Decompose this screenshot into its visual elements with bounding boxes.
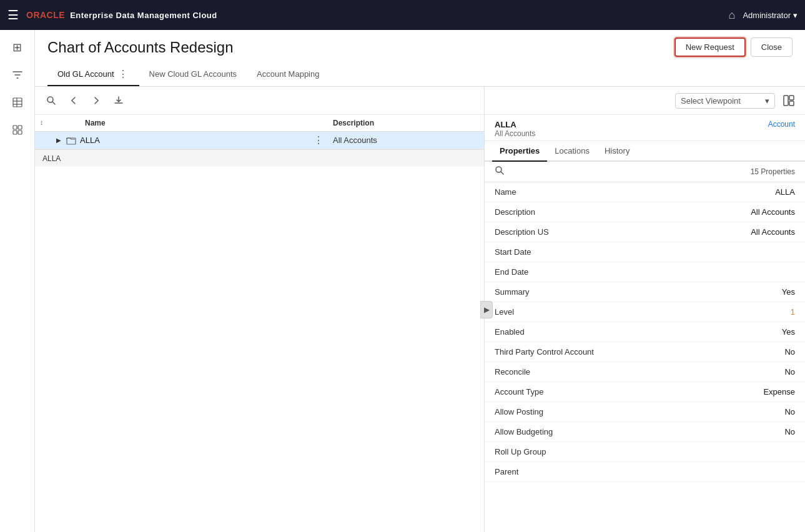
property-label: Reconcile xyxy=(495,367,784,377)
col-desc-header: Description xyxy=(328,119,484,127)
close-button[interactable]: Close xyxy=(751,37,793,57)
property-row: Level1 xyxy=(485,302,805,322)
property-value: All Accounts xyxy=(751,227,795,237)
svg-rect-13 xyxy=(789,101,794,106)
property-value: No xyxy=(784,407,795,416)
collapse-panel-arrow[interactable]: ▶ xyxy=(480,301,493,318)
tab-properties[interactable]: Properties xyxy=(492,141,547,162)
property-row: Allow BudgetingNo xyxy=(485,422,805,442)
right-tabs: Properties Locations History xyxy=(485,141,805,162)
node-subtitle: All Accounts xyxy=(495,129,535,138)
tree-panel: ↕ Name Description ▶ ALLA ⋮ All Accounts xyxy=(35,87,485,532)
viewpoint-area: Select Viewpoint ▾ xyxy=(485,87,805,115)
property-value: 1 xyxy=(791,307,795,317)
property-row: Parent xyxy=(485,462,805,482)
viewpoint-select[interactable]: Select Viewpoint ▾ xyxy=(675,93,775,109)
folder-icon xyxy=(65,135,77,145)
top-nav: ☰ ORACLE Enterprise Data Management Clou… xyxy=(0,0,805,30)
hamburger-icon[interactable]: ☰ xyxy=(7,7,19,22)
status-bar: ALLA xyxy=(35,149,484,167)
tab-new-cloud-gl[interactable]: New Cloud GL Accounts xyxy=(139,64,247,85)
property-label: Allow Budgeting xyxy=(495,427,784,436)
tab-locations[interactable]: Locations xyxy=(547,141,597,162)
svg-line-9 xyxy=(52,102,55,104)
property-label: Summary xyxy=(495,287,782,297)
svg-rect-12 xyxy=(789,96,794,100)
node-header: ALLA All Accounts Account xyxy=(485,115,805,141)
sidebar: ⊞ xyxy=(0,30,35,532)
row-name: ALLA xyxy=(77,135,309,145)
sidebar-icon-chart[interactable] xyxy=(5,117,30,142)
property-row: End Date xyxy=(485,262,805,282)
user-menu[interactable]: Administrator ▾ xyxy=(743,11,798,20)
property-label: Description xyxy=(495,207,751,217)
app-subtitle: Enterprise Data Management Cloud xyxy=(70,11,217,20)
sidebar-icon-filter[interactable] xyxy=(5,62,30,87)
header-buttons: New Request Close xyxy=(674,37,793,57)
property-label: Start Date xyxy=(495,247,795,257)
tree-table-header: ↕ Name Description xyxy=(35,115,484,132)
tab-old-gl-account[interactable]: Old GL Account ⋮ xyxy=(47,63,139,86)
property-value: No xyxy=(784,367,795,377)
property-row: ReconcileNo xyxy=(485,362,805,382)
property-label: Parent xyxy=(495,467,795,476)
property-label: Allow Posting xyxy=(495,407,784,416)
expand-icon[interactable]: ▶ xyxy=(52,137,65,144)
property-row: DescriptionAll Accounts xyxy=(485,202,805,222)
app-logo: ORACLE Enterprise Data Management Cloud xyxy=(26,10,217,20)
username: Administrator xyxy=(743,11,791,20)
tree-toolbar xyxy=(35,87,484,115)
user-dropdown-icon: ▾ xyxy=(793,11,798,20)
properties-list: NameALLADescriptionAll AccountsDescripti… xyxy=(485,182,805,482)
table-row[interactable]: ▶ ALLA ⋮ All Accounts xyxy=(35,132,484,149)
download-icon[interactable] xyxy=(110,92,127,109)
property-row: EnabledYes xyxy=(485,322,805,342)
property-label: Description US xyxy=(495,227,751,237)
col-name-header: Name xyxy=(82,119,328,127)
row-kebab-menu[interactable]: ⋮ xyxy=(309,134,328,146)
property-label: Third Party Control Account xyxy=(495,347,784,357)
sidebar-icon-grid[interactable]: ⊞ xyxy=(5,35,30,60)
svg-rect-0 xyxy=(13,98,22,107)
tab-old-gl-dots[interactable]: ⋮ xyxy=(117,68,129,80)
sidebar-icon-table[interactable] xyxy=(5,90,30,115)
svg-rect-6 xyxy=(13,131,17,134)
nav-forward-icon[interactable] xyxy=(87,92,105,109)
node-id: ALLA xyxy=(495,120,535,129)
viewpoint-placeholder: Select Viewpoint xyxy=(681,96,741,106)
search-icon[interactable] xyxy=(42,92,60,109)
properties-panel: 15 Properties NameALLADescriptionAll Acc… xyxy=(485,162,805,532)
oracle-wordmark: ORACLE xyxy=(26,10,65,20)
status-text: ALLA xyxy=(42,154,61,163)
property-label: Account Type xyxy=(495,387,763,397)
new-request-button[interactable]: New Request xyxy=(674,37,746,57)
property-row: NameALLA xyxy=(485,182,805,202)
content-area: ↕ Name Description ▶ ALLA ⋮ All Accounts xyxy=(35,87,805,532)
nav-back-icon[interactable] xyxy=(65,92,82,109)
account-link[interactable]: Account xyxy=(768,120,795,129)
property-value: Expense xyxy=(763,387,795,397)
layout-toggle-icon[interactable] xyxy=(780,92,798,109)
svg-rect-7 xyxy=(18,131,22,134)
main-content: Chart of Accounts Redesign New Request C… xyxy=(35,30,805,532)
property-value: ALLA xyxy=(775,187,795,197)
properties-search-icon[interactable] xyxy=(495,165,505,178)
property-value: No xyxy=(784,427,795,436)
properties-count: 15 Properties xyxy=(751,167,795,176)
tab-account-mapping[interactable]: Account Mapping xyxy=(247,64,329,85)
row-description: All Accounts xyxy=(328,135,484,145)
property-label: Name xyxy=(495,187,775,197)
property-value: Yes xyxy=(782,287,795,297)
tab-history[interactable]: History xyxy=(597,141,637,162)
property-row: Roll Up Group xyxy=(485,442,805,462)
svg-rect-11 xyxy=(784,96,788,106)
tabs-row: Old GL Account ⋮ New Cloud GL Accounts A… xyxy=(47,63,793,86)
page-header: Chart of Accounts Redesign New Request C… xyxy=(35,30,805,87)
property-value: All Accounts xyxy=(751,207,795,217)
property-value: No xyxy=(784,347,795,357)
properties-toolbar: 15 Properties xyxy=(485,162,805,182)
property-label: Level xyxy=(495,307,791,317)
property-label: Enabled xyxy=(495,327,782,337)
svg-line-15 xyxy=(501,172,503,174)
home-icon[interactable]: ⌂ xyxy=(729,9,736,22)
